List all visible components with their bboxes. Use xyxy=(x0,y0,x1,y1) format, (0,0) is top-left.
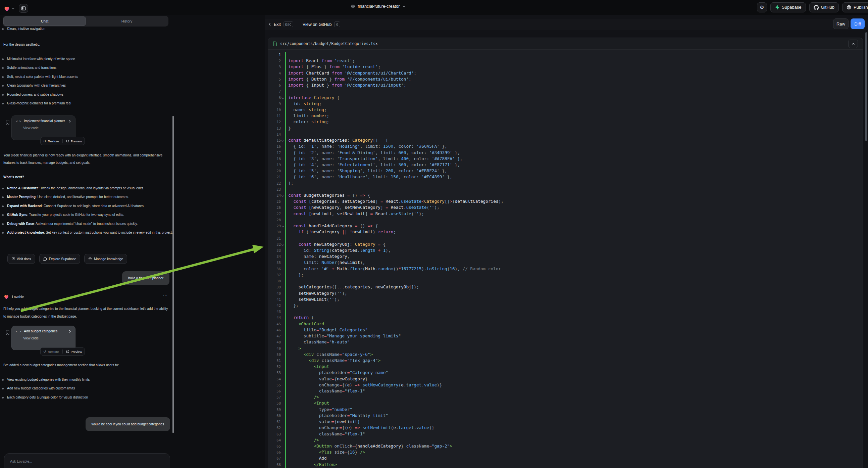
fold-chevron-icon[interactable] xyxy=(281,137,285,143)
supabase-button[interactable]: Supabase xyxy=(770,2,806,12)
code-text: const BudgetCategories = () => { xyxy=(286,193,370,198)
code-text xyxy=(286,217,288,223)
code-text: <Input xyxy=(286,363,329,370)
lovable-avatar-icon xyxy=(3,294,9,300)
version-card-add-budget-categories[interactable]: < > Add budget categories View code xyxy=(11,326,75,350)
line-number: 66 xyxy=(268,449,281,455)
bookmark-icon[interactable] xyxy=(5,330,10,335)
fold-slot xyxy=(281,407,285,413)
chat-scrollbar[interactable] xyxy=(173,116,174,433)
file-header: src/components/budget/BudgetCategories.t… xyxy=(268,38,863,50)
version-card-implement-financial-planner[interactable]: < > Implement financial planner View cod… xyxy=(11,116,75,140)
code-line: 21 { id: '6', name: 'Healthcare', limit:… xyxy=(268,174,863,180)
project-switcher[interactable]: financial-future-creator xyxy=(351,4,406,9)
code-line: 12 color: string; xyxy=(268,119,863,125)
fold-chevron-icon[interactable] xyxy=(281,223,285,229)
code-text: { id: '4', name: 'Entertainment', limit:… xyxy=(286,162,460,168)
line-number: 44 xyxy=(268,315,281,321)
settings-button[interactable]: ⚙ xyxy=(757,2,767,12)
fold-slot xyxy=(281,150,285,156)
raw-toggle-button[interactable]: Raw xyxy=(833,19,848,29)
code-text: id: String(categories.length + 1), xyxy=(286,247,391,254)
fold-slot xyxy=(281,266,285,272)
fold-slot xyxy=(281,351,285,357)
code-text: interface Category { xyxy=(286,95,340,101)
fold-slot xyxy=(281,431,285,437)
publish-button[interactable]: Publish xyxy=(842,2,868,12)
line-number: 8 xyxy=(268,95,281,101)
fold-slot xyxy=(281,247,285,254)
exit-button[interactable]: Exit xyxy=(274,22,281,27)
code-scrollbar[interactable] xyxy=(865,32,867,141)
code-editor[interactable]: 12import React from 'react';3import { Pl… xyxy=(268,50,863,468)
code-line: 37 }; xyxy=(268,272,863,278)
line-number: 17 xyxy=(268,150,281,156)
fold-slot xyxy=(281,168,285,174)
restore-button[interactable]: ↺ Restore xyxy=(43,139,59,143)
github-button[interactable]: GitHub xyxy=(809,2,839,12)
code-text: const newCategoryObj: Category = { xyxy=(286,241,385,247)
preview-button[interactable]: Preview xyxy=(66,350,82,353)
fold-chevron-icon[interactable] xyxy=(281,95,285,101)
line-number: 27 xyxy=(268,211,281,217)
fold-slot xyxy=(281,143,285,149)
visit-docs-button[interactable]: Visit docs xyxy=(7,254,35,264)
preview-button[interactable]: Preview xyxy=(66,139,82,143)
view-code-link[interactable]: View code xyxy=(23,337,71,340)
view-code-link[interactable]: View code xyxy=(23,126,71,130)
code-text xyxy=(286,278,288,284)
external-link-icon xyxy=(11,257,15,261)
esc-key-badge: ESC xyxy=(283,22,293,27)
line-number: 1 xyxy=(268,52,281,58)
code-line: 7 xyxy=(268,88,863,94)
code-line: 64 /> xyxy=(268,437,863,443)
line-number: 40 xyxy=(268,290,281,296)
line-number: 53 xyxy=(268,370,281,376)
diff-toggle-button[interactable]: Diff xyxy=(850,19,865,29)
fold-slot xyxy=(281,321,285,327)
code-text: import { Plus } from 'lucide-react'; xyxy=(286,64,380,70)
line-number: 52 xyxy=(268,363,281,370)
lovable-logo-icon[interactable] xyxy=(3,5,10,12)
chevron-down-icon[interactable] xyxy=(12,7,15,10)
sidebar-toggle-button[interactable] xyxy=(19,4,28,13)
line-number: 67 xyxy=(268,455,281,461)
line-number: 26 xyxy=(268,204,281,210)
line-number: 2 xyxy=(268,58,281,64)
g-key-badge: G xyxy=(334,22,340,27)
explore-supabase-button[interactable]: Explore Supabase xyxy=(39,254,81,264)
list-item: Master Prompting: Use clear, detailed, a… xyxy=(0,193,177,201)
fold-slot xyxy=(281,180,285,186)
line-number: 22 xyxy=(268,180,281,186)
version-card-title: Add budget categories xyxy=(24,329,57,333)
next-steps-list: Refine & Customize: Tweak the design, an… xyxy=(0,184,177,237)
code-text: <Plus size={16} /> xyxy=(286,449,365,455)
bookmark-icon[interactable] xyxy=(5,119,10,125)
code-line: 11 limit: number; xyxy=(268,113,863,119)
view-on-github-button[interactable]: View on GitHub xyxy=(303,22,332,27)
chat-input[interactable]: Ask Lovable... xyxy=(10,459,32,463)
fold-chevron-icon[interactable] xyxy=(281,193,285,198)
collapse-file-button[interactable] xyxy=(848,39,858,48)
code-line: 31 xyxy=(268,235,863,241)
fold-slot xyxy=(281,419,285,425)
message-menu-button[interactable]: ··· xyxy=(163,293,168,297)
code-text: /> xyxy=(286,437,319,443)
fold-slot xyxy=(281,449,285,455)
code-line: 45 <ChartCard xyxy=(268,321,863,327)
fold-slot xyxy=(281,413,285,419)
manage-knowledge-button[interactable]: Manage knowledge xyxy=(84,254,127,264)
fold-slot xyxy=(281,339,285,345)
publish-label: Publish xyxy=(854,3,868,12)
fold-slot xyxy=(281,211,285,217)
fold-chevron-icon[interactable] xyxy=(281,241,285,247)
whats-next-heading: What's next? xyxy=(3,175,24,180)
code-line: 20 { id: '5', name: 'Shopping', limit: 2… xyxy=(268,168,863,174)
code-line: 23 xyxy=(268,186,863,193)
code-line: 65 <Button onClick={handleAddCategory} c… xyxy=(268,443,863,449)
list-item: Minimalist interface with plenty of whit… xyxy=(0,55,177,63)
design-heading: For the design aesthetic: xyxy=(3,42,40,47)
supabase-label: Supabase xyxy=(782,3,802,12)
restore-button[interactable]: ↺ Restore xyxy=(43,350,59,353)
code-line: 5import { Button } from '@/components/ui… xyxy=(268,76,863,82)
